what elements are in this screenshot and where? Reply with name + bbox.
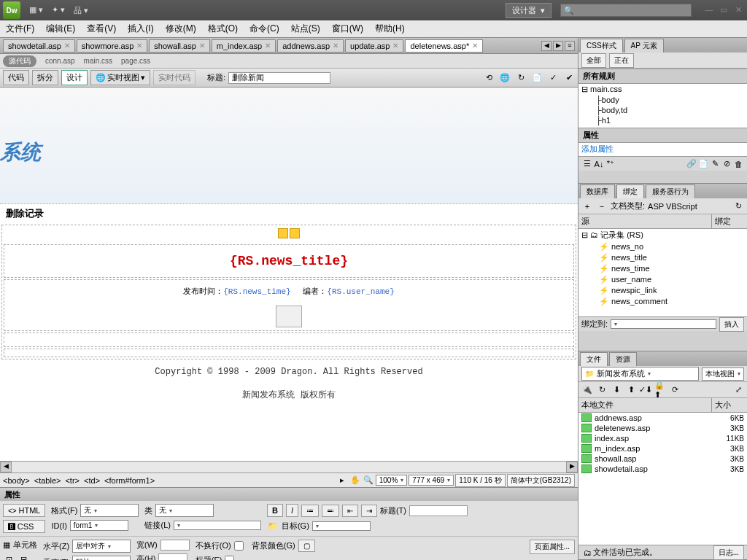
halign-select[interactable]: 居中对齐 (72, 540, 131, 553)
menu-help[interactable]: 帮助(H) (375, 23, 405, 35)
page-title-input[interactable] (228, 72, 330, 84)
bind-to-select[interactable] (611, 319, 716, 329)
tag-td[interactable]: <td> (84, 476, 100, 485)
file-row[interactable]: m_index.asp3KB (578, 443, 747, 454)
css-mode-button[interactable]: 🅱 CSS (3, 520, 45, 533)
file-row[interactable]: deletenews.asp3KB (578, 423, 747, 433)
insert-binding-button[interactable]: 插入 (719, 317, 744, 332)
tab-database[interactable]: 数据库 (580, 184, 615, 198)
menu-site[interactable]: 站点(S) (291, 23, 320, 35)
sync-icon[interactable]: ⟳ (669, 384, 681, 396)
menu-file[interactable]: 文件(F) (6, 23, 34, 35)
tag-tr[interactable]: <tr> (65, 476, 80, 485)
add-property-link[interactable]: 添加属性 (578, 143, 747, 155)
maximize-button[interactable]: ▭ (718, 5, 729, 15)
title-attr-input[interactable] (409, 505, 468, 516)
field-node[interactable]: ⚡ news_no (578, 241, 747, 252)
zoom-level[interactable]: 100% (376, 475, 408, 486)
nowrap-checkbox[interactable] (234, 541, 244, 551)
ol-button[interactable]: ≕ (322, 505, 339, 517)
css-set-icon[interactable]: *⁺ (605, 158, 616, 170)
id-select[interactable]: form1 (70, 520, 128, 531)
view-options-icon[interactable]: 📄 (531, 72, 543, 84)
file-row[interactable]: showdetail.asp3KB (578, 464, 747, 474)
tab-bindings[interactable]: 绑定 (616, 184, 644, 198)
tab-assets[interactable]: 资源 (609, 352, 637, 366)
attach-css-icon[interactable]: 🔗 (686, 158, 697, 170)
menu-commands[interactable]: 命令(C) (249, 23, 279, 35)
tab-menu[interactable]: ≡ (565, 41, 575, 51)
remove-binding-icon[interactable]: − (596, 201, 608, 212)
css-az-icon[interactable]: A↓ (593, 158, 605, 170)
tab-close-icon[interactable]: ✕ (136, 42, 142, 50)
window-size[interactable]: 777 x 469 (409, 475, 454, 486)
editor-binding[interactable]: {RS.user_name} (327, 287, 394, 296)
log-button[interactable]: 日志... (713, 545, 744, 560)
zoom-tool-icon[interactable]: 🔍 (363, 475, 374, 486)
site-select[interactable]: 📁 新闻发布系统 (581, 367, 699, 381)
css-rule[interactable]: ⊟ main.css (578, 84, 747, 95)
design-view[interactable]: 系统 删除记录 {RS.news_title} 发布时间：{RS.news_ti… (0, 88, 578, 461)
tab-server-behaviors[interactable]: 服务器行为 (646, 184, 695, 198)
disable-rule-icon[interactable]: ⊘ (721, 158, 732, 170)
class-select[interactable]: 无 (155, 504, 214, 517)
scroll-right-icon[interactable]: ▶ (566, 462, 578, 472)
live-code-button[interactable]: 实时代码 (153, 70, 196, 85)
tab-close-icon[interactable]: ✕ (265, 42, 271, 50)
scroll-left-icon[interactable]: ◀ (0, 462, 12, 472)
format-select[interactable]: 无 (80, 504, 139, 517)
checkin-icon[interactable]: 🔒⬆ (654, 384, 666, 396)
workspace-switcher[interactable]: 设计器▾ (506, 3, 551, 18)
tab-css-styles[interactable]: CSS样式 (580, 39, 623, 52)
file-mgmt-icon[interactable]: ⟲ (483, 72, 495, 84)
css-current-button[interactable]: 正在 (609, 53, 634, 68)
split-view-button[interactable]: 拆分 (32, 70, 58, 85)
col-filename[interactable]: 本地文件 (578, 398, 712, 412)
preview-icon[interactable]: 🌐 (499, 72, 511, 84)
tab-close-icon[interactable]: ✕ (199, 42, 205, 50)
doc-tab[interactable]: addnews.asp✕ (277, 39, 344, 52)
outdent-button[interactable]: ⇤ (342, 505, 358, 517)
site-menu-icon[interactable]: 品 ▾ (74, 5, 88, 16)
select-tool-icon[interactable]: ▸ (336, 475, 348, 486)
delete-rule-icon[interactable]: 🗑 (732, 158, 744, 170)
valign-select[interactable]: 默认 (72, 556, 131, 560)
close-button[interactable]: ✕ (732, 5, 744, 15)
css-all-button[interactable]: 全部 (581, 53, 606, 68)
page-properties-button[interactable]: 页面属性... (530, 540, 575, 554)
news-title-binding[interactable]: {RS.news_title} (4, 245, 573, 277)
header-checkbox[interactable] (225, 556, 234, 560)
menu-insert[interactable]: 插入(I) (128, 23, 153, 35)
menu-edit[interactable]: 编辑(E) (46, 23, 75, 35)
extend-menu-icon[interactable]: ✦ ▾ (52, 5, 65, 16)
refresh-bindings-icon[interactable]: ↻ (732, 201, 744, 212)
doc-tab[interactable]: update.asp✕ (345, 39, 403, 52)
hidden-field-icon[interactable] (278, 228, 288, 238)
tab-close-icon[interactable]: ✕ (472, 42, 478, 50)
field-node[interactable]: ⚡ news_comment (578, 296, 747, 307)
search-input[interactable]: 🔍 (560, 4, 692, 17)
pub-time-binding[interactable]: {RS.news_time} (223, 287, 290, 296)
recordset-node[interactable]: ⊟ 🗂 记录集 (RS) (578, 229, 747, 241)
tab-scroll-right[interactable]: ▶ (553, 41, 563, 51)
tab-ap-elements[interactable]: AP 元素 (624, 39, 664, 52)
doc-tab[interactable]: showall.asp✕ (149, 39, 209, 52)
files-menu-icon[interactable]: 🗂 (581, 547, 593, 559)
tab-close-icon[interactable]: ✕ (333, 42, 338, 50)
link-folder-icon[interactable]: 📁 (267, 520, 279, 532)
target-select[interactable] (312, 521, 371, 531)
related-file[interactable]: main.css (84, 57, 112, 65)
related-file[interactable]: conn.asp (45, 57, 75, 65)
doc-tab-active[interactable]: deletenews.asp*✕ (405, 39, 483, 52)
h-scrollbar[interactable]: ◀ ▶ (0, 461, 578, 472)
hand-tool-icon[interactable]: ✋ (349, 475, 361, 486)
field-node[interactable]: ⚡ user_name (578, 274, 747, 285)
tab-scroll-left[interactable]: ◀ (541, 41, 551, 51)
field-node[interactable]: ⚡ news_time (578, 263, 747, 274)
css-rule[interactable]: ├body (578, 95, 747, 105)
doc-tab[interactable]: showmore.asp✕ (77, 39, 148, 52)
expand-icon[interactable]: ⤢ (732, 384, 744, 396)
ul-button[interactable]: ≔ (301, 505, 319, 517)
menu-modify[interactable]: 修改(M) (166, 23, 196, 35)
refresh-files-icon[interactable]: ↻ (596, 384, 608, 396)
